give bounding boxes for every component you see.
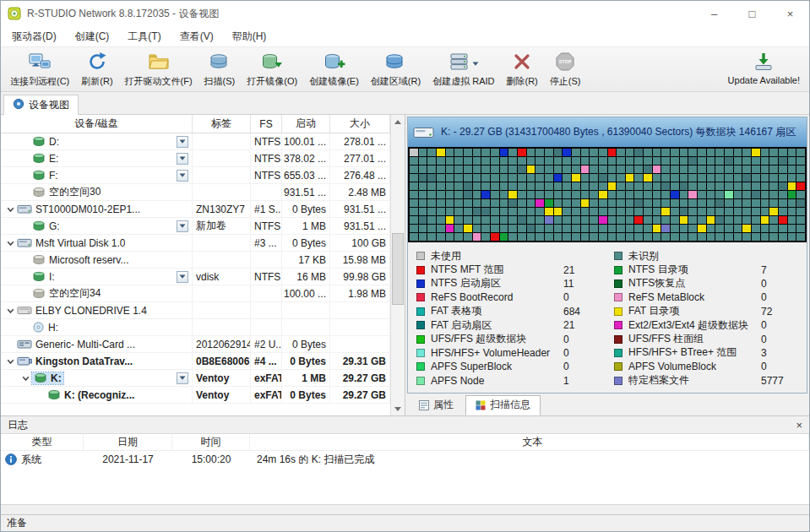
tab-device-view[interactable]: 设备视图 [3, 95, 79, 115]
scan-block-unrecognized [491, 225, 499, 232]
toolbar-button-scan[interactable]: 扫描(S) [198, 49, 242, 90]
scan-block-unrecognized [725, 208, 733, 215]
legend-item: UFS/FFS 超级数据块0 [416, 332, 601, 345]
device-dropdown-button[interactable] [177, 220, 188, 232]
device-row[interactable]: K:VentoyexFAT1 MB29.27 GB [1, 370, 390, 387]
scan-block-unrecognized [715, 208, 724, 215]
menu-item-view[interactable]: 查看(V) [171, 30, 223, 44]
toolbar-button-update[interactable]: Update Available! [722, 49, 806, 90]
device-row[interactable]: ST1000DM010-2EP1...ZN130ZY7#1 S...0 Byte… [1, 201, 390, 218]
scan-block-unrecognized [563, 199, 571, 207]
scan-block-unrecognized [419, 225, 427, 232]
maximize-button[interactable]: □ [733, 1, 771, 26]
device-dropdown-button[interactable] [177, 153, 188, 165]
device-row[interactable]: K: (Recogniz...VentoyexFAT0 Bytes29.27 G… [1, 387, 390, 404]
expand-chevron-icon[interactable] [4, 358, 17, 365]
device-dropdown-button[interactable] [177, 271, 188, 283]
scan-block-unrecognized [769, 225, 778, 232]
close-button[interactable]: × [771, 1, 809, 26]
scroll-down-arrow-icon[interactable] [391, 402, 405, 415]
scan-block-fat-dir-entry [599, 191, 607, 198]
log-column-header[interactable]: 文本 [250, 434, 809, 450]
expand-chevron-icon[interactable] [4, 240, 17, 247]
legend-count: 11 [563, 278, 601, 290]
scrollbar-thumb[interactable] [392, 233, 404, 305]
device-row[interactable]: H: [1, 319, 390, 336]
minimize-button[interactable]: – [695, 1, 733, 26]
tab-properties[interactable]: 属性 [409, 395, 464, 415]
raid-dropdown-caret-icon[interactable] [472, 57, 479, 68]
toolbar-button-create-image[interactable]: 创建镜像(E) [303, 49, 365, 90]
log-column-header[interactable]: 日期 [84, 434, 172, 450]
column-header-label[interactable]: 标签 [193, 115, 251, 133]
column-header-start[interactable]: 启动 [282, 115, 330, 133]
fs-cell: NTFS [251, 133, 282, 149]
device-row[interactable]: Generic- Multi-Card ...2012062914...#2 U… [1, 336, 390, 353]
toolbar-button-delete[interactable]: 删除(R) [500, 49, 543, 90]
legend-label: APFS VolumeBlock [628, 361, 761, 372]
legend-label: 特定档案文件 [628, 373, 761, 388]
window-controls: – □ × [695, 1, 809, 26]
device-row[interactable]: Kingston DataTrav...0B8E680061E7#4 ...0 … [1, 353, 390, 370]
device-row[interactable]: D:NTFS100.01 ...278.01 ... [1, 133, 390, 150]
scan-block-fat-dir-entry [464, 225, 472, 232]
scan-block-unrecognized [734, 233, 742, 241]
device-table-scrollbar[interactable] [390, 115, 405, 415]
log-row[interactable]: 系统2021-11-1715:00:2024m 16s 的 K: 扫描已完成 [1, 451, 809, 468]
toolbar-button-stop[interactable]: STOP停止(S) [544, 49, 587, 90]
log-column-header[interactable]: 类型 [1, 434, 84, 450]
device-row[interactable]: I:vdiskNTFS16 MB99.98 GB [1, 269, 390, 285]
device-row[interactable]: F:NTFS655.03 ...276.48 ... [1, 167, 390, 184]
scan-block-ntfs-mft [796, 182, 805, 190]
menu-item-tools[interactable]: 工具(T) [118, 30, 170, 44]
scan-block-unrecognized [554, 216, 563, 224]
scroll-up-arrow-icon[interactable] [391, 115, 405, 128]
toolbar-button-open-image[interactable]: 打开镜像(O) [241, 49, 303, 90]
device-row[interactable]: 空的空间34100.00 ...1.98 MB [1, 285, 390, 302]
scan-block-unrecognized [796, 174, 805, 182]
tab-scan-information[interactable]: 扫描信息 [465, 395, 541, 415]
scan-block-fat-dir-entry [626, 174, 634, 182]
menu-item-help[interactable]: 帮助(H) [223, 30, 276, 44]
device-row[interactable]: ELBY CLONEDRIVE 1.4 [1, 302, 390, 319]
device-dropdown-button[interactable] [177, 372, 188, 384]
column-header-device[interactable]: 设备/磁盘 [1, 115, 193, 133]
toolbar-button-create-virtual-raid[interactable]: 创建虚拟 RAID [427, 49, 500, 90]
device-row[interactable]: Microsoft reserv...17 KB15.98 MB [1, 252, 390, 269]
expand-chevron-icon[interactable] [4, 206, 17, 213]
device-dropdown-button[interactable] [177, 170, 188, 182]
column-header-size[interactable]: 大小 [330, 115, 390, 133]
scan-block-unrecognized [535, 157, 544, 165]
menu-item-create[interactable]: 创建(C) [66, 30, 119, 44]
device-row[interactable]: E:NTFS378.02 ...277.01 ... [1, 150, 390, 167]
log-close-icon[interactable]: × [796, 419, 802, 432]
scan-block-unrecognized [796, 216, 805, 224]
right-panel-tabs: 属性扫描信息 [407, 394, 807, 415]
scan-block-unrecognized [707, 157, 715, 165]
scan-block-unrecognized [715, 225, 724, 232]
menu-item-drive[interactable]: 驱动器(D) [3, 30, 66, 44]
log-column-header[interactable]: 时间 [172, 434, 250, 450]
scan-block-map[interactable] [408, 147, 807, 242]
label-cell [193, 167, 251, 183]
scan-block-unrecognized [608, 225, 617, 232]
scan-block-unrecognized [626, 182, 634, 190]
expand-chevron-icon[interactable] [4, 307, 17, 314]
device-dropdown-button[interactable] [177, 136, 188, 148]
device-row[interactable]: Msft Virtual Disk 1.0#3 ...0 Bytes100 GB [1, 235, 390, 252]
scan-block-unrecognized [634, 225, 643, 232]
scan-block-unrecognized [653, 149, 661, 156]
toolbar-button-open-drive-file[interactable]: 打开驱动文件(F) [119, 49, 198, 90]
toolbar-button-refresh[interactable]: 刷新(R) [75, 49, 118, 90]
column-header-fs[interactable]: FS [251, 115, 282, 133]
main-area: 设备/磁盘 标签 FS 启动 大小 D:NTFS100.01 ...278.01… [1, 115, 809, 415]
legend-color-swatch [614, 377, 622, 385]
device-row[interactable]: 空的空间30931.51 ...2.48 MB [1, 184, 390, 201]
device-cell: ST1000DM010-2EP1... [1, 201, 193, 217]
toolbar-button-connect-remote[interactable]: 连接到远程(C) [4, 49, 75, 90]
device-table-rows: D:NTFS100.01 ...278.01 ...E:NTFS378.02 .… [1, 133, 405, 404]
scan-block-unrecognized [427, 216, 436, 224]
device-row[interactable]: G:新加卷NTFS1 MB931.51 ... [1, 218, 390, 235]
toolbar-button-create-region[interactable]: 创建区域(R) [365, 49, 427, 90]
expand-chevron-icon[interactable] [19, 375, 32, 382]
